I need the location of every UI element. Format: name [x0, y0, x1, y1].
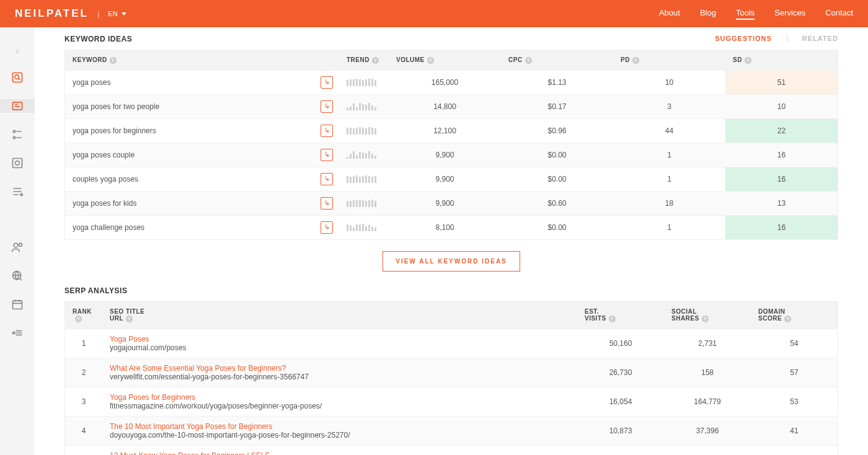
nav-blog[interactable]: Blog	[700, 8, 716, 20]
sidebar-calendar-icon[interactable]	[11, 298, 24, 311]
keyword-row[interactable]: yoga poses for two people ↳ 14,800 $0.17…	[65, 94, 838, 118]
language-code: EN	[108, 10, 117, 17]
info-icon[interactable]: ?	[525, 57, 532, 64]
keyword-ideas-table: KEYWORD? TREND? VOLUME? CPC? PD? SD? yog…	[65, 50, 838, 239]
tab-suggestions[interactable]: SUGGESTIONS	[715, 35, 772, 42]
info-icon[interactable]: ?	[609, 316, 616, 322]
export-icon[interactable]: ↳	[321, 76, 333, 89]
keyword-row[interactable]: yoga poses ↳ 165,000 $1.13 10 51	[65, 70, 838, 94]
keyword-ideas-title: KEYWORD IDEAS	[64, 35, 715, 43]
logo[interactable]: NEILPATEL	[15, 7, 89, 20]
info-icon[interactable]: ?	[632, 57, 639, 64]
svg-point-3	[13, 130, 15, 132]
th-sd[interactable]: SD?	[725, 50, 838, 70]
sidebar-expand-icon[interactable]: ›	[16, 42, 19, 56]
export-icon[interactable]: ↳	[321, 197, 333, 210]
th-seo-title-url[interactable]: SEO TITLEURL?	[102, 302, 577, 329]
th-keyword[interactable]: KEYWORD?	[65, 50, 313, 70]
serp-title-cell: Yoga Poses for Beginners fitnessmagazine…	[102, 387, 577, 416]
info-icon[interactable]: ?	[784, 316, 791, 322]
info-icon[interactable]: ?	[427, 57, 434, 64]
serp-result-title[interactable]: Yoga Poses for Beginners	[110, 393, 570, 402]
serp-score-cell: 57	[751, 358, 838, 387]
cpc-cell: $0.00	[501, 215, 613, 239]
nav-tools[interactable]: Tools	[736, 8, 755, 20]
serp-row[interactable]: 1 Yoga Poses yogajournal.com/poses 50,16…	[65, 329, 838, 358]
sd-cell: 16	[725, 215, 838, 239]
separator: |	[97, 9, 99, 19]
tab-related[interactable]: RELATED	[802, 35, 838, 42]
sidebar-people-icon[interactable]	[11, 241, 24, 254]
serp-result-title[interactable]: The 10 Most Important Yoga Poses for Beg…	[110, 422, 570, 431]
serp-score-cell: 54	[751, 329, 838, 358]
pd-cell: 18	[613, 191, 725, 215]
cpc-cell: $0.60	[501, 191, 613, 215]
sidebar-traffic-icon[interactable]	[11, 128, 24, 141]
th-pd[interactable]: PD?	[613, 50, 725, 70]
serp-visits-cell: 16,054	[577, 387, 664, 416]
serp-shares-cell: 368	[664, 445, 751, 455]
serp-result-url[interactable]: yogajournal.com/poses	[110, 343, 570, 352]
serp-row[interactable]: 4 The 10 Most Important Yoga Poses for B…	[65, 416, 838, 445]
keyword-row[interactable]: yoga poses for beginners ↳ 12,100 $0.96 …	[65, 118, 838, 143]
info-icon[interactable]: ?	[702, 316, 709, 322]
info-icon[interactable]: ?	[372, 57, 379, 64]
th-volume[interactable]: VOLUME?	[389, 50, 501, 70]
th-domain-score[interactable]: DOMAINSCORE?	[751, 302, 838, 329]
serp-result-url[interactable]: verywellfit.com/essential-yoga-poses-for…	[110, 373, 570, 381]
export-icon[interactable]: ↳	[321, 221, 333, 234]
cpc-cell: $1.13	[501, 70, 613, 94]
sd-cell: 51	[725, 70, 838, 94]
sidebar-overview-icon[interactable]	[11, 71, 24, 84]
serp-row[interactable]: 2 What Are Some Essential Yoga Poses for…	[65, 358, 838, 387]
serp-result-title[interactable]: 12 Must-Know Yoga Poses for Beginners | …	[110, 451, 570, 455]
sd-cell: 13	[725, 191, 838, 215]
serp-result-title[interactable]: Yoga Poses	[110, 335, 570, 343]
serp-rank-cell: 5	[65, 445, 102, 455]
export-icon[interactable]: ↳	[321, 125, 333, 137]
serp-row[interactable]: 5 12 Must-Know Yoga Poses for Beginners …	[65, 445, 838, 455]
keyword-row[interactable]: yoga poses couple ↳ 9,900 $0.00 1 16	[65, 143, 838, 167]
th-est-visits[interactable]: EST.VISITS?	[577, 302, 664, 329]
info-icon[interactable]: ?	[126, 316, 133, 322]
top-header: NEILPATEL | EN About Blog Tools Services…	[0, 0, 868, 27]
pd-cell: 3	[613, 94, 725, 118]
chevron-down-icon	[122, 12, 126, 15]
info-icon[interactable]: ?	[110, 57, 117, 64]
sidebar-seo-icon[interactable]	[11, 156, 24, 170]
trend-sparkline-icon	[347, 125, 376, 135]
serp-result-url[interactable]: fitnessmagazine.com/workout/yoga/poses/b…	[110, 402, 570, 410]
nav-services[interactable]: Services	[774, 8, 805, 20]
sidebar-columns-icon[interactable]	[11, 326, 24, 340]
keyword-row[interactable]: couples yoga poses ↳ 9,900 $0.00 1 16	[65, 167, 838, 191]
serp-rank-cell: 2	[65, 358, 102, 387]
language-selector[interactable]: EN	[108, 10, 126, 17]
volume-cell: 9,900	[389, 191, 501, 215]
export-icon[interactable]: ↳	[321, 149, 333, 161]
nav-about[interactable]: About	[659, 8, 680, 20]
info-icon[interactable]: ?	[75, 316, 82, 322]
export-icon[interactable]: ↳	[321, 173, 333, 185]
serp-result-url[interactable]: doyouyoga.com/the-10-most-important-yoga…	[110, 431, 570, 440]
th-rank[interactable]: RANK?	[65, 302, 102, 329]
export-icon[interactable]: ↳	[321, 100, 333, 113]
keyword-row[interactable]: yoga challenge poses ↳ 8,100 $0.00 1 16	[65, 215, 838, 239]
nav-contact[interactable]: Contact	[825, 8, 853, 20]
trend-cell	[339, 167, 389, 191]
keyword-cell: yoga poses	[65, 70, 313, 94]
keyword-cell: yoga poses for beginners	[65, 118, 313, 143]
serp-row[interactable]: 3 Yoga Poses for Beginners fitnessmagazi…	[65, 387, 838, 416]
keyword-row[interactable]: yoga poses for kids ↳ 9,900 $0.60 18 13	[65, 191, 838, 215]
sidebar-list-icon[interactable]	[11, 185, 24, 198]
serp-shares-cell: 2,731	[664, 329, 751, 358]
serp-rank-cell: 4	[65, 416, 102, 445]
sidebar-keyword-ideas-icon[interactable]	[0, 99, 35, 113]
th-cpc[interactable]: CPC?	[501, 50, 613, 70]
trend-sparkline-icon	[347, 76, 376, 86]
serp-result-title[interactable]: What Are Some Essential Yoga Poses for B…	[110, 364, 570, 373]
th-social-shares[interactable]: SOCIALSHARES?	[664, 302, 751, 329]
info-icon[interactable]: ?	[745, 57, 751, 64]
view-all-keyword-ideas-button[interactable]: VIEW ALL KEYWORD IDEAS	[383, 251, 520, 272]
th-trend[interactable]: TREND?	[339, 50, 389, 70]
sidebar-globe-icon[interactable]	[11, 269, 24, 283]
